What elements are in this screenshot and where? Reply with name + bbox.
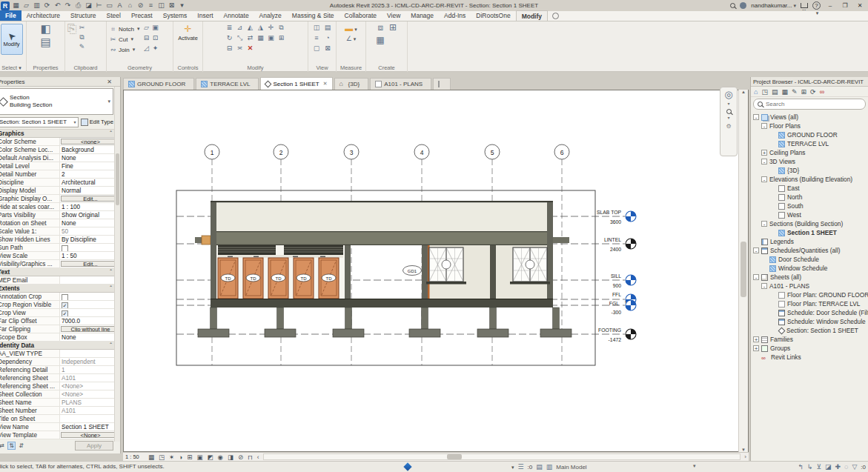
zoom-icon[interactable]: [726, 109, 732, 114]
grid-bubbles[interactable]: 1 2 3 4 5 6: [205, 144, 569, 159]
gd-door-tag[interactable]: GD1: [403, 266, 422, 276]
tab-modify[interactable]: Modify: [516, 10, 548, 21]
match-icon[interactable]: ≍: [235, 44, 245, 55]
browser-tree-item[interactable]: + Families: [751, 335, 868, 344]
sync-icon[interactable]: ⟳: [43, 1, 51, 10]
tree-expander-icon[interactable]: -: [753, 114, 759, 120]
cart-icon[interactable]: [801, 3, 808, 8]
window-2[interactable]: [510, 247, 550, 285]
delete-icon[interactable]: ✕: [245, 44, 256, 55]
modify-button[interactable]: ➤ Modify: [1, 24, 23, 55]
tab-file[interactable]: File: [0, 10, 21, 21]
browser-tree-item[interactable]: GROUND FLOOR: [751, 130, 868, 139]
print-icon[interactable]: ⎙: [74, 1, 82, 10]
property-value[interactable]: Show Original: [60, 211, 121, 219]
default-3d-icon[interactable]: ⌂: [126, 1, 134, 10]
property-value[interactable]: 7000.0: [60, 317, 121, 325]
contextual-dropdown-icon[interactable]: [552, 13, 559, 19]
steering-wheel-caret-icon[interactable]: ▾: [727, 101, 729, 106]
shadows-icon[interactable]: ◑: [179, 453, 182, 461]
property-value[interactable]: 50: [60, 227, 121, 235]
property-value[interactable]: Normal: [60, 187, 121, 194]
browser-home-icon[interactable]: ⌂: [754, 88, 758, 96]
open-icon[interactable]: ▱: [22, 1, 30, 10]
hide-analytical-icon[interactable]: ⊘: [238, 453, 243, 461]
save-icon[interactable]: ▥: [33, 1, 41, 10]
view-tab-overflow[interactable]: [433, 78, 451, 90]
tree-expander-icon[interactable]: -: [761, 159, 767, 164]
property-value[interactable]: Edit...: [61, 261, 120, 267]
browser-tree-item[interactable]: - Elevations (Building Elevation): [751, 175, 868, 184]
browser-sheets-icon[interactable]: ▤: [772, 88, 778, 96]
tab-collaborate[interactable]: Collaborate: [339, 10, 382, 21]
window-tag[interactable]: [526, 260, 534, 269]
split-icon[interactable]: ▣: [266, 34, 276, 44]
search-icon[interactable]: [730, 3, 735, 8]
view-tab-ground-floor[interactable]: GROUND FLOOR: [123, 78, 194, 90]
drag-on-selection-icon[interactable]: ✚: [835, 463, 841, 471]
close-view-tab-icon[interactable]: ✕: [323, 81, 328, 87]
family-types-icon[interactable]: ▤: [40, 37, 50, 47]
visibility-graphics-icon[interactable]: ▤: [322, 24, 334, 34]
copy-icon[interactable]: ⧉: [276, 24, 287, 34]
tree-expander-icon[interactable]: +: [753, 345, 759, 351]
instance-selector[interactable]: Section: Section 1 SHEET: [0, 117, 79, 127]
visibility-icon[interactable]: ◫: [157, 1, 165, 10]
editing-requests-icon[interactable]: ☰: [518, 463, 524, 471]
legend-component-icon[interactable]: ▦: [374, 36, 387, 49]
revit-logo[interactable]: R: [1, 1, 10, 10]
zoom-caret-icon[interactable]: ▾: [727, 115, 729, 120]
trim-extend-icon[interactable]: ⇄: [245, 34, 256, 44]
collapse-icon[interactable]: ‹: [257, 453, 259, 461]
notch-button[interactable]: ⌗ Notch: [109, 24, 139, 34]
property-value[interactable]: PLANS: [60, 399, 121, 406]
view-templates-icon[interactable]: ◫: [311, 24, 322, 34]
wall-join-icon[interactable]: ▱: [142, 24, 150, 34]
reveal-hidden-icon[interactable]: ◉: [218, 453, 223, 461]
section-icon[interactable]: ⊘: [136, 1, 145, 10]
type-selector[interactable]: Section Building Section ▾: [0, 88, 113, 115]
edit-type-button[interactable]: Edit Type: [81, 119, 113, 126]
associate-parameter-icon[interactable]: ⇄: [0, 442, 6, 450]
paint-icon[interactable]: ◿: [142, 44, 150, 55]
restore-button[interactable]: ❐: [840, 2, 850, 9]
select-panel-label[interactable]: Select: [0, 64, 26, 71]
property-value[interactable]: [60, 350, 121, 357]
browser-tree-item[interactable]: Schedule: Door Schedule (Filtered: [751, 308, 868, 317]
browser-edit-icon[interactable]: ✎: [792, 88, 798, 96]
tab-add-ins[interactable]: Add-Ins: [439, 10, 471, 21]
browser-views-icon[interactable]: ◳: [761, 88, 768, 96]
browser-tree-item[interactable]: Floor Plan: TERRACE LVL: [751, 299, 868, 308]
temporary-hide-icon[interactable]: ◩: [207, 453, 213, 461]
tree-expander-icon[interactable]: +: [761, 150, 767, 156]
property-value[interactable]: Edit...: [61, 196, 120, 202]
browser-sync-icon[interactable]: ⟳: [810, 88, 816, 96]
rotate-icon[interactable]: ↻: [225, 34, 235, 44]
browser-tree-item[interactable]: Door Schedule: [751, 255, 868, 264]
property-value[interactable]: <None>: [60, 390, 121, 398]
tab-structure[interactable]: Structure: [65, 10, 102, 21]
tab-steel[interactable]: Steel: [102, 10, 126, 21]
browser-tree-item[interactable]: Section: Section 1 SHEET: [751, 326, 868, 335]
window-1[interactable]: [426, 247, 466, 285]
scroll-up-icon[interactable]: ▲: [739, 90, 748, 97]
browser-tree-item[interactable]: - Floor Plans: [751, 122, 868, 130]
tab-systems[interactable]: Systems: [158, 10, 193, 21]
tab-massing-site[interactable]: Massing & Site: [287, 10, 339, 21]
sort-descending-icon[interactable]: ⇵: [17, 442, 25, 450]
duplicate-view-icon[interactable]: ⊞: [387, 24, 400, 36]
browser-tree-item[interactable]: + Ceiling Plans: [751, 148, 868, 157]
properties-scrollbar[interactable]: [114, 87, 120, 442]
window-tag[interactable]: [442, 260, 451, 269]
copy-to-clipboard-icon[interactable]: ⧉: [79, 33, 85, 41]
property-value[interactable]: [60, 244, 121, 251]
view-tab-section-1-sheet[interactable]: Section 1 SHEET ✕: [260, 77, 332, 90]
browser-tree-item[interactable]: + Groups: [751, 344, 868, 353]
browser-tree-item[interactable]: - Schedules/Quantities (all): [751, 246, 868, 255]
close-inactive-icon[interactable]: ⊠: [168, 1, 176, 10]
close-properties-icon[interactable]: ✕: [107, 79, 112, 85]
qat-customize-icon[interactable]: ▾: [178, 1, 186, 10]
apply-button[interactable]: Apply: [75, 441, 113, 451]
property-value[interactable]: <none>: [61, 139, 120, 144]
property-value[interactable]: By Discipline: [60, 236, 121, 243]
